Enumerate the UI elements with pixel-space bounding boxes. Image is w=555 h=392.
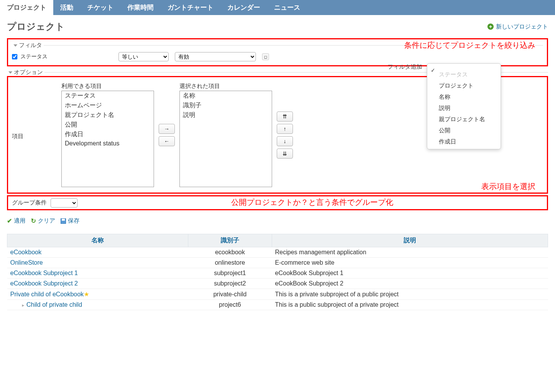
save-icon (61, 218, 66, 224)
table-row: Private child of eCookbook★private-child… (7, 289, 548, 300)
check-icon: ✔ (7, 217, 12, 225)
identifier-cell: private-child (188, 289, 272, 300)
project-link[interactable]: eCookbook Subproject 1 (10, 270, 78, 276)
list-item[interactable]: 説明 (180, 110, 272, 120)
project-link[interactable]: eCookbook (10, 249, 42, 255)
list-item[interactable]: 名称 (180, 91, 272, 101)
identifier-cell: subproject1 (188, 268, 272, 279)
status-label: ステータス (20, 53, 47, 60)
project-link[interactable]: Private child of eCookbook (10, 291, 84, 297)
available-label: 利用できる項目 (61, 83, 154, 90)
table-header[interactable]: 名称 (7, 234, 188, 247)
description-cell: eCookBook Subproject 1 (272, 268, 548, 279)
status-checkbox[interactable] (12, 54, 17, 59)
table-row: eCookbook Subproject 1subproject1eCookBo… (7, 268, 548, 279)
reload-icon: ↻ (31, 217, 36, 225)
tab-チケット[interactable]: チケット (80, 0, 120, 15)
filter-add-dropdown[interactable]: ステータスプロジェクト名称説明親プロジェクト名公開作成日 (427, 63, 501, 149)
group-by-label: グループ条件 (12, 199, 47, 206)
dropdown-item[interactable] (427, 65, 501, 69)
page-title: プロジェクト (7, 20, 65, 33)
move-right-button[interactable]: → (159, 124, 175, 134)
filters-section: 条件に応じてプロジェクトを絞り込み フィルタ ステータス 等しい 有効 ◻ (7, 38, 548, 66)
new-project-link[interactable]: + 新しいプロジェクト (487, 23, 548, 30)
selected-label: 選択された項目 (179, 83, 272, 90)
operator-select[interactable]: 等しい (118, 52, 169, 61)
list-item[interactable]: 親プロジェクト名 (62, 110, 154, 120)
filters-legend[interactable]: フィルタ (12, 42, 44, 49)
identifier-cell: subproject2 (188, 279, 272, 289)
dropdown-item[interactable]: 公開 (427, 125, 501, 136)
project-link[interactable]: Child of private child (27, 301, 82, 308)
annotation-group: 公開プロジェクトか？と言う条件でグループ化 (81, 197, 543, 208)
value-select[interactable]: 有効 (175, 52, 256, 61)
list-item[interactable]: 識別子 (180, 101, 272, 110)
list-item[interactable]: 作成日 (62, 130, 154, 139)
projects-table: 名称識別子説明 eCookbookecookbookRecipes manage… (7, 234, 548, 310)
identifier-cell: onlinestore (188, 258, 272, 268)
tab-プロジェクト[interactable]: プロジェクト (0, 0, 53, 15)
new-project-label: 新しいプロジェクト (496, 23, 548, 30)
move-bottom-button[interactable]: ⇊ (277, 149, 293, 159)
tab-カレンダー[interactable]: カレンダー (220, 0, 267, 15)
move-left-button[interactable]: ← (159, 136, 175, 146)
table-row: eCookbookecookbookRecipes management app… (7, 247, 548, 258)
columns-field-label: 項目 (12, 83, 54, 140)
list-item[interactable]: ホームページ (62, 101, 154, 110)
available-columns-listbox[interactable]: ステータスホームページ親プロジェクト名公開作成日Development stat… (61, 91, 154, 187)
move-up-button[interactable]: ↑ (277, 124, 293, 134)
status-filter-checkbox[interactable]: ステータス (12, 53, 112, 60)
description-cell: E-commerce web site (272, 258, 548, 268)
identifier-cell: project6 (188, 300, 272, 310)
dropdown-item[interactable]: プロジェクト (427, 80, 501, 91)
list-item[interactable]: ステータス (62, 91, 154, 101)
table-header[interactable]: 説明 (272, 234, 548, 247)
filter-add-label: フィルタ追加 (387, 63, 422, 71)
list-item[interactable]: Development status (62, 139, 154, 148)
annotation-columns: 表示項目を選択 (481, 181, 535, 192)
table-row: eCookbook Subproject 2subproject2eCookBo… (7, 279, 548, 289)
description-cell: eCookBook Subproject 2 (272, 279, 548, 289)
description-cell: This is a private subproject of a public… (272, 289, 548, 300)
star-icon: ★ (84, 291, 89, 297)
table-header[interactable]: 識別子 (188, 234, 272, 247)
apply-button[interactable]: ✔ 適用 (7, 217, 25, 225)
group-section: グループ条件 公開プロジェクトか？と言う条件でグループ化 (7, 195, 548, 210)
table-row: ▸Child of private childproject6This is a… (7, 300, 548, 310)
options-legend[interactable]: オプション (7, 69, 44, 76)
move-down-button[interactable]: ↓ (277, 136, 293, 146)
group-by-select[interactable] (51, 198, 78, 208)
chevron-down-icon (14, 44, 17, 47)
list-item[interactable]: 公開 (62, 120, 154, 130)
chevron-right-icon[interactable]: ▸ (22, 302, 24, 308)
description-cell: This is a public subproject of a private… (272, 300, 548, 310)
plus-icon: + (487, 24, 494, 30)
tab-活動[interactable]: 活動 (53, 0, 80, 15)
table-row: OnlineStoreonlinestoreE-commerce web sit… (7, 258, 548, 268)
project-link[interactable]: OnlineStore (10, 259, 43, 266)
description-cell: Recipes management application (272, 247, 548, 258)
main-tabs: プロジェクト活動チケット作業時間ガントチャートカレンダーニュース (0, 0, 555, 15)
dropdown-item[interactable]: 名称 (427, 91, 501, 103)
dropdown-item[interactable]: 親プロジェクト名 (427, 114, 501, 125)
dropdown-item[interactable]: 作成日 (427, 136, 501, 147)
move-top-button[interactable]: ⇈ (277, 112, 293, 122)
project-link[interactable]: eCookbook Subproject 2 (10, 280, 78, 287)
tab-ニュース[interactable]: ニュース (267, 0, 307, 15)
tab-作業時間[interactable]: 作業時間 (120, 0, 161, 15)
dropdown-item[interactable]: 説明 (427, 103, 501, 114)
save-button[interactable]: 保存 (61, 217, 80, 225)
filter-toggle-button[interactable]: ◻ (262, 53, 269, 60)
chevron-down-icon (8, 71, 12, 74)
dropdown-item: ステータス (427, 69, 501, 80)
selected-columns-listbox[interactable]: 名称識別子説明 (179, 91, 272, 187)
annotation-filter: 条件に応じてプロジェクトを絞り込み (404, 40, 535, 51)
tab-ガントチャート[interactable]: ガントチャート (161, 0, 220, 15)
identifier-cell: ecookbook (188, 247, 272, 258)
clear-button[interactable]: ↻ クリア (31, 217, 55, 225)
